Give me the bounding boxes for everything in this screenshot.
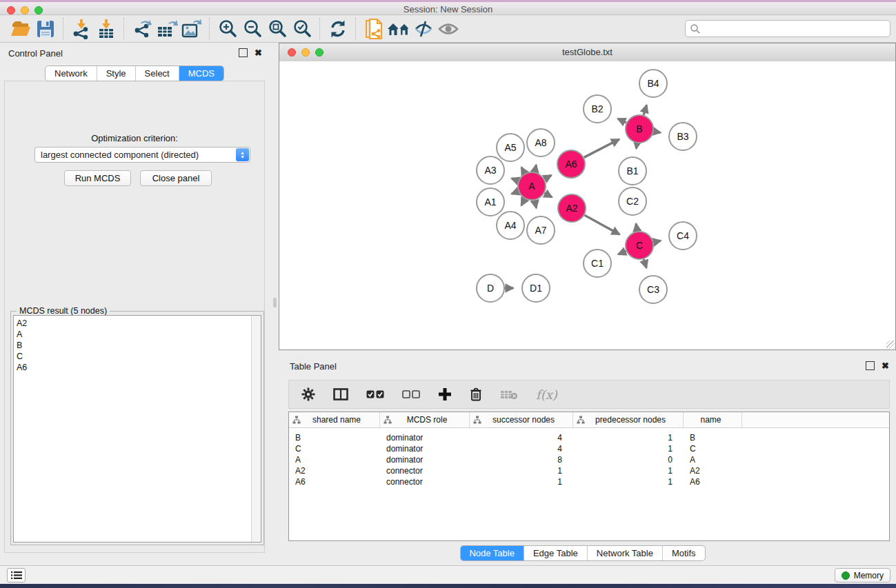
- column-header-predecessor-nodes[interactable]: predecessor nodes: [573, 412, 684, 427]
- save-icon: [36, 19, 55, 39]
- select-all-button[interactable]: [366, 390, 384, 399]
- open-session-button[interactable]: [8, 17, 33, 41]
- graph-edge-B-B1[interactable]: [636, 143, 637, 149]
- graph-edge-A-A1[interactable]: [512, 192, 519, 194]
- function-builder-button[interactable]: f(x): [536, 387, 557, 402]
- add-column-button[interactable]: [438, 387, 452, 401]
- resize-grip-icon[interactable]: [886, 341, 895, 349]
- node-table[interactable]: shared nameMCDS rolesuccessor nodesprede…: [288, 412, 890, 541]
- hide-panel-button[interactable]: [411, 17, 436, 41]
- table-cell: 1: [573, 433, 684, 443]
- column-header-shared-name[interactable]: shared name: [289, 412, 380, 427]
- task-history-button[interactable]: [7, 568, 26, 582]
- graph-node-label: C: [636, 240, 643, 251]
- zoom-selected-button[interactable]: [290, 17, 315, 41]
- graph-edge-A-A4[interactable]: [521, 199, 525, 205]
- zoom-in-button[interactable]: [215, 17, 240, 41]
- delete-column-button[interactable]: [470, 387, 482, 401]
- graph-edge-C-C4[interactable]: [653, 241, 660, 242]
- table-row[interactable]: A2connector11A2: [289, 465, 889, 476]
- mcds-result-list[interactable]: A2ABCA6: [13, 315, 261, 543]
- table-cell: B: [684, 433, 742, 443]
- tab-select[interactable]: Select: [136, 66, 179, 81]
- mcds-panel: Optimization criterion: largest connecte…: [4, 81, 265, 553]
- table-cell: A2: [289, 466, 380, 476]
- graph-edge-A-A6[interactable]: [544, 175, 551, 179]
- network-canvas[interactable]: B4B2BB3A5A8A6B1A3AA1C2A2A4A7C4CC1DD1C3: [279, 61, 895, 349]
- refresh-button[interactable]: [326, 17, 350, 41]
- status-bar: Memory: [0, 565, 896, 584]
- graph-edge-A-A8[interactable]: [535, 165, 536, 172]
- zoom-out-button[interactable]: [240, 17, 265, 41]
- list-item[interactable]: A: [14, 329, 261, 340]
- criterion-select[interactable]: largest connected component (directed) ▲…: [34, 147, 250, 163]
- show-column-button[interactable]: [333, 388, 348, 401]
- settings-gear-button[interactable]: [301, 387, 315, 401]
- import-table-button[interactable]: [94, 17, 119, 41]
- column-header-name[interactable]: name: [684, 412, 742, 427]
- graph-edge-B-B4[interactable]: [644, 105, 646, 115]
- graph-edge-C-C2[interactable]: [636, 224, 637, 232]
- graph-edge-A-A7[interactable]: [535, 201, 536, 208]
- titlebar: Session: New Session: [0, 0, 896, 15]
- tab-node-table[interactable]: Node Table: [460, 546, 524, 560]
- close-panel-icon[interactable]: ✖: [255, 49, 262, 57]
- graph-edge-A-A3[interactable]: [512, 179, 519, 181]
- first-neighbors-button[interactable]: [386, 17, 411, 41]
- show-panel-button[interactable]: [436, 17, 461, 41]
- import-network-button[interactable]: [69, 17, 94, 41]
- table-row[interactable]: A6connector11A6: [289, 476, 889, 487]
- graph-node-label: A: [528, 181, 535, 192]
- list-item[interactable]: C: [14, 351, 261, 362]
- zoom-fit-button[interactable]: [265, 17, 290, 41]
- network-view-window: testGlobe.txt B4B2BB3A5A8A6B1A3AA1C2A2A4…: [279, 43, 896, 350]
- graph-edge-B-B2[interactable]: [618, 119, 626, 123]
- graph-edge-A6-B[interactable]: [584, 139, 619, 157]
- table-cell: A: [289, 455, 380, 465]
- list-item[interactable]: B: [14, 340, 261, 351]
- float-table-panel-icon[interactable]: [866, 361, 875, 370]
- export-table-button[interactable]: [155, 17, 179, 41]
- run-mcds-button[interactable]: Run MCDS: [64, 170, 131, 186]
- deselect-all-button[interactable]: [402, 390, 420, 399]
- search-field[interactable]: [685, 20, 890, 37]
- graph-node-label: A5: [504, 142, 516, 153]
- graph-edge-A-A2[interactable]: [544, 193, 552, 197]
- eye-slash-icon: [413, 19, 434, 39]
- tab-style[interactable]: Style: [97, 66, 136, 81]
- graph-edge-C-C3[interactable]: [644, 259, 646, 267]
- tab-network[interactable]: Network: [46, 66, 97, 81]
- list-item[interactable]: A2: [14, 318, 261, 329]
- export-image-button[interactable]: [179, 17, 204, 41]
- new-network-from-selection-button[interactable]: [361, 17, 386, 41]
- save-session-button[interactable]: [33, 17, 58, 41]
- close-panel-button[interactable]: Close panel: [140, 170, 212, 186]
- export-network-button[interactable]: [130, 17, 155, 41]
- graph-edge-A2-C[interactable]: [584, 215, 619, 234]
- network-window-titlebar[interactable]: testGlobe.txt: [279, 43, 895, 62]
- memory-button[interactable]: Memory: [835, 568, 890, 582]
- tab-motifs[interactable]: Motifs: [663, 546, 705, 560]
- tab-edge-table[interactable]: Edge Table: [524, 546, 588, 560]
- float-panel-icon[interactable]: [239, 48, 248, 57]
- table-row[interactable]: Bdominator41B: [289, 432, 889, 443]
- graph-edge-B-B3[interactable]: [654, 132, 661, 133]
- result-scrollbar[interactable]: [251, 316, 261, 542]
- list-item[interactable]: A6: [14, 362, 261, 373]
- close-table-panel-icon[interactable]: ✖: [882, 362, 889, 369]
- search-input[interactable]: [701, 23, 890, 34]
- tab-network-table[interactable]: Network Table: [588, 546, 663, 560]
- tab-mcds[interactable]: MCDS: [179, 66, 223, 81]
- shared-attribute-icon: [577, 416, 585, 424]
- graph-edge-C-C1[interactable]: [618, 251, 626, 254]
- optimization-criterion-label: Optimization criterion:: [5, 133, 264, 143]
- column-header-MCDS-role[interactable]: MCDS role: [380, 412, 470, 427]
- delete-table-button[interactable]: [500, 389, 518, 400]
- column-header-successor-nodes[interactable]: successor nodes: [470, 412, 573, 427]
- graph-node-label: B4: [647, 78, 659, 89]
- table-cell: 4: [470, 444, 573, 454]
- table-row[interactable]: Cdominator41C: [289, 443, 889, 454]
- graph-edge-A-A5[interactable]: [521, 168, 525, 174]
- table-row[interactable]: Adominator80A: [289, 454, 889, 465]
- vertical-splitter-handle[interactable]: [273, 298, 277, 307]
